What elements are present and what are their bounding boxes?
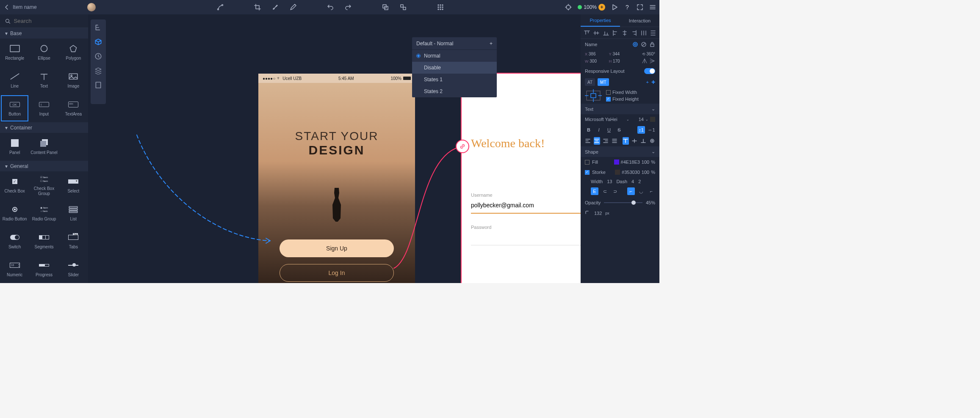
- target-icon[interactable]: [565, 4, 572, 11]
- section-base[interactable]: ▾Base: [0, 28, 88, 38]
- rail-tree-icon[interactable]: [94, 24, 102, 31]
- grid-icon[interactable]: [437, 4, 444, 11]
- comp-progress[interactable]: Progress: [29, 255, 58, 283]
- zoom-level[interactable]: 100%: [584, 4, 597, 10]
- align-top-icon[interactable]: [584, 30, 590, 36]
- comp-input[interactable]: IInput: [29, 94, 58, 122]
- align-center-text[interactable]: [594, 137, 600, 145]
- bold-button[interactable]: B: [585, 126, 592, 134]
- mt-chip[interactable]: MT: [598, 78, 609, 86]
- back-icon[interactable]: [3, 4, 10, 11]
- valign-bot[interactable]: [640, 137, 647, 145]
- undo-icon[interactable]: [327, 4, 334, 11]
- stroke-swatch[interactable]: [615, 170, 620, 175]
- font-family[interactable]: Microsoft YaHei: [585, 117, 617, 122]
- font-size[interactable]: 14: [639, 117, 644, 122]
- stroke-center[interactable]: E: [591, 187, 598, 195]
- rotation-value[interactable]: 360°: [646, 52, 655, 56]
- corner-value[interactable]: 132: [594, 211, 602, 216]
- add-constraint2-icon[interactable]: ✚: [651, 80, 655, 85]
- lock-icon[interactable]: [649, 41, 655, 47]
- brush-icon[interactable]: [272, 4, 279, 11]
- line-height-button[interactable]: ↕1: [637, 126, 645, 134]
- rail-page-icon[interactable]: [94, 81, 102, 89]
- state-1[interactable]: States 1: [412, 74, 497, 85]
- comp-list[interactable]: List: [59, 199, 88, 227]
- search-input[interactable]: [14, 18, 83, 24]
- fill-swatch[interactable]: [614, 160, 619, 165]
- fill-opacity[interactable]: 100: [642, 160, 649, 165]
- cap-round[interactable]: ◡: [637, 187, 645, 195]
- comp-tabs[interactable]: TabTabs: [59, 227, 88, 255]
- zoom-plus-button[interactable]: +: [598, 4, 605, 11]
- section-container[interactable]: ▾Container: [0, 122, 88, 133]
- login-button[interactable]: Log In: [280, 264, 394, 282]
- username-input[interactable]: [471, 198, 581, 214]
- italic-button[interactable]: I: [595, 126, 603, 134]
- add-state-icon[interactable]: +: [490, 41, 493, 47]
- fullscreen-icon[interactable]: [637, 4, 643, 11]
- comp-line[interactable]: Line: [0, 66, 29, 94]
- align-justify-text[interactable]: [611, 137, 617, 145]
- align-left-text[interactable]: [585, 137, 591, 145]
- flip-h-icon[interactable]: [642, 58, 648, 64]
- password-input[interactable]: [471, 230, 581, 245]
- x-value[interactable]: 386: [589, 52, 596, 56]
- comp-textarea[interactable]: abcTextArea: [59, 94, 88, 122]
- rail-cube-icon[interactable]: [94, 38, 102, 46]
- item-name[interactable]: Item name: [13, 4, 85, 10]
- tab-properties[interactable]: Properties: [581, 14, 620, 27]
- constraint-box-icon[interactable]: [585, 89, 602, 102]
- font-color-swatch[interactable]: [650, 117, 655, 122]
- h-value[interactable]: 170: [613, 59, 620, 63]
- comp-select[interactable]: ▾Select: [59, 171, 88, 199]
- align-right-icon[interactable]: [631, 30, 637, 36]
- flip-v-icon[interactable]: [649, 58, 655, 64]
- link-icon[interactable]: [456, 140, 469, 153]
- section-general[interactable]: ▾General: [0, 161, 88, 171]
- fixed-width-checkbox[interactable]: [606, 90, 611, 95]
- comp-slider[interactable]: Slider: [59, 255, 88, 283]
- dash-a[interactable]: 4: [631, 179, 634, 184]
- comp-content-panel[interactable]: Content Panel: [29, 133, 58, 161]
- pencil-icon[interactable]: [290, 4, 296, 11]
- signup-button[interactable]: Sign Up: [280, 239, 394, 257]
- align-bottom-icon[interactable]: [603, 30, 609, 36]
- align-right-text[interactable]: [603, 137, 609, 145]
- comp-button[interactable]: OKButton: [0, 94, 29, 122]
- rail-clock-icon[interactable]: [94, 52, 102, 60]
- corner-radius-icon[interactable]: [585, 210, 591, 216]
- at-chip[interactable]: AT: [585, 78, 595, 86]
- pen-path-icon[interactable]: [217, 4, 224, 11]
- cap-square[interactable]: ⌐: [648, 187, 655, 195]
- crop-icon[interactable]: [254, 4, 261, 11]
- letter-spacing-button[interactable]: ↔1: [648, 126, 655, 134]
- align-hcenter-icon[interactable]: [622, 30, 628, 36]
- underline-button[interactable]: U: [605, 126, 613, 134]
- align-left-icon[interactable]: [612, 30, 618, 36]
- comp-text[interactable]: Text: [29, 66, 58, 94]
- y-value[interactable]: 344: [612, 52, 620, 56]
- stroke-width[interactable]: 13: [607, 179, 612, 184]
- block-icon[interactable]: [641, 41, 647, 47]
- opacity-slider[interactable]: [604, 202, 642, 203]
- w-value[interactable]: 300: [590, 59, 597, 63]
- avatar[interactable]: [87, 3, 96, 11]
- dist-h-icon[interactable]: [641, 30, 647, 36]
- group-icon[interactable]: [382, 4, 389, 11]
- comp-radio[interactable]: Radio Button: [0, 199, 29, 227]
- opacity-value[interactable]: 45%: [646, 200, 655, 205]
- tab-interaction[interactable]: Interaction: [620, 14, 659, 27]
- text-section[interactable]: Text⌄: [581, 104, 659, 114]
- comp-panel[interactable]: Panel: [0, 133, 29, 161]
- comp-radio-group[interactable]: ◉ Item○ ItemRadio Group: [29, 199, 58, 227]
- stroke-opacity[interactable]: 100: [642, 170, 649, 175]
- redo-icon[interactable]: [345, 4, 352, 11]
- play-icon[interactable]: [611, 4, 618, 11]
- rail-layers-icon[interactable]: [94, 67, 102, 74]
- menu-icon[interactable]: [649, 4, 656, 11]
- valign-top[interactable]: [623, 137, 629, 145]
- align-vcenter-icon[interactable]: [593, 30, 599, 36]
- ungroup-icon[interactable]: [400, 4, 407, 11]
- comp-segments[interactable]: Segments: [29, 227, 58, 255]
